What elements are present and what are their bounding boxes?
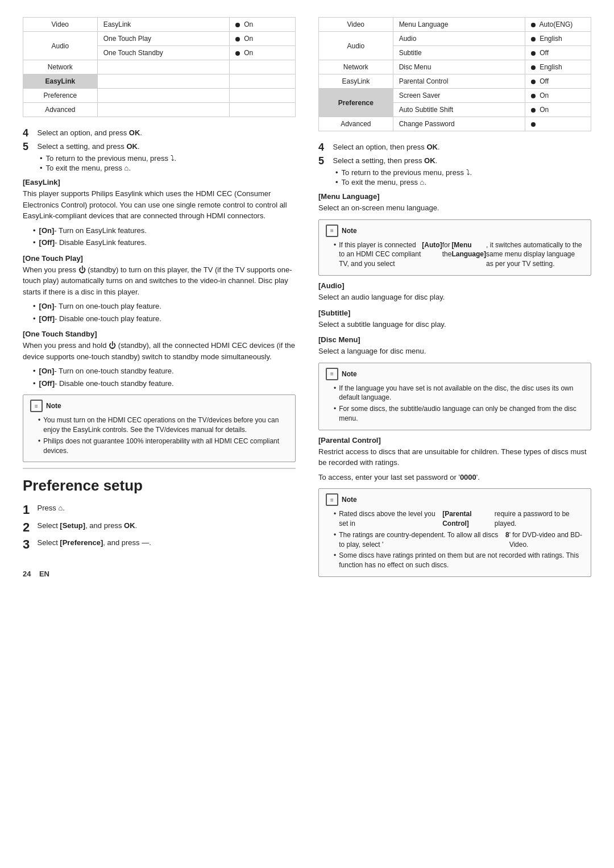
right-note3-header: ≡ Note (326, 493, 584, 506)
right-val-discmenu: English (525, 60, 591, 74)
left-item-easylink: EasyLink (97, 18, 229, 32)
right-note2-list: If the language you have set is not avai… (334, 384, 584, 423)
ots-bullets: [On] - Turn on one-touch standby feature… (33, 366, 296, 389)
right-note1-list: If this player is connected to an HDMI C… (334, 240, 584, 269)
right-note3-list: Rated discs above the level you set in [… (334, 509, 584, 570)
subtitle-body: Select a subtitle language for disc play… (318, 319, 591, 330)
left-cat-video: Video (23, 18, 98, 32)
otp-bullets: [On] - Turn on one-touch play feature. [… (33, 301, 296, 324)
audio-header: [Audio] (318, 281, 591, 290)
right-val-menulang: Auto(ENG) (525, 18, 591, 32)
right-note2-item-1: If the language you have set is not avai… (334, 384, 584, 403)
note-icon-right1: ≡ (326, 225, 338, 237)
right-note3-item-1: Rated discs above the level you set in [… (334, 509, 584, 529)
left-column: Video EasyLink On Audio One Touch Play O… (23, 17, 296, 583)
otp-bullet-1: [On] - Turn on one-touch play feature. (33, 301, 296, 312)
left-cat-advanced: Advanced (23, 103, 98, 117)
left-val-pref (229, 89, 295, 103)
pref-step3-num: 3 (23, 537, 35, 552)
left-val-net (229, 60, 295, 74)
right-column: Video Menu Language Auto(ENG) Audio Audi… (318, 17, 591, 583)
left-cat-preference: Preference (23, 89, 98, 103)
right-note-1: ≡ Note If this player is connected to an… (318, 219, 591, 276)
left-cat-easylink: EasyLink (23, 74, 98, 89)
note-icon-right2: ≡ (326, 368, 338, 380)
pref-step1-num: 1 (23, 502, 35, 517)
left-note-list: You must turn on the HDMI CEC operations… (38, 416, 288, 455)
left-note-item-2: Philips does not guarantee 100% interope… (38, 437, 288, 456)
right-cat-easylink: EasyLink (319, 74, 393, 89)
otp-bullet-2: [Off] - Disable one-touch play feature. (33, 313, 296, 325)
right-item-discmenu: Disc Menu (393, 60, 525, 74)
right-cat-network: Network (319, 60, 393, 74)
step4-num: 4 (23, 127, 35, 140)
note-icon-left: ≡ (30, 400, 43, 412)
right-step5-num: 5 (318, 155, 331, 168)
pref-step3-text: Select [Preference], and press —. (35, 537, 151, 549)
left-note-item-1: You must turn on the HDMI CEC operations… (38, 416, 288, 435)
left-sub-bullets: To return to the previous menu, press ⤵.… (40, 154, 296, 172)
right-note3-item-2: The ratings are country-dependent. To al… (334, 530, 584, 550)
disc-menu-header: [Disc Menu] (318, 335, 591, 344)
step5-text: Select a setting, and press OK. (35, 141, 140, 152)
step4-text: Select an option, and press OK. (35, 127, 142, 139)
left-note-header: ≡ Note (30, 400, 288, 412)
right-note-2: ≡ Note If the language you have set is n… (318, 363, 591, 430)
easylink-bullet-2: [Off] - Disable EasyLink features. (33, 237, 296, 248)
left-item-net (97, 60, 229, 74)
right-note3-label: Note (342, 496, 357, 504)
right-item-menulang: Menu Language (393, 18, 525, 32)
right-note1-header: ≡ Note (326, 225, 584, 237)
right-item-screensaver: Screen Saver (393, 89, 525, 103)
ots-bullet-2: [Off] - Disable one-touch standby featur… (33, 378, 296, 389)
page-footer: 24 EN (23, 570, 296, 578)
left-val-otp: On (229, 32, 295, 46)
right-note-3: ≡ Note Rated discs above the level you s… (318, 488, 591, 577)
right-steps: 4 Select an option, then press OK. 5 Sel… (318, 142, 591, 186)
ots-header: [One Touch Standby] (23, 330, 296, 338)
step5-num: 5 (23, 141, 35, 153)
parental-header: [Parental Control] (318, 436, 591, 445)
subtitle-header: [Subtitle] (318, 309, 591, 317)
left-sub-bullet-1: To return to the previous menu, press ⤵. (40, 154, 296, 163)
left-item-el (97, 74, 229, 89)
parental-body2: To access, enter your last set password … (318, 472, 591, 483)
right-val-changepw (525, 117, 591, 131)
right-item-subtitle: Subtitle (393, 46, 525, 60)
right-cat-video: Video (319, 18, 393, 32)
preference-title: Preference setup (23, 477, 296, 495)
easylink-body: This player supports Philips Easylink wh… (23, 188, 296, 222)
left-note-label: Note (46, 402, 61, 410)
otp-header: [One Touch Play] (23, 254, 296, 263)
easylink-bullet-1: [On] - Turn on EasyLink features. (33, 225, 296, 236)
preference-setup-section: Preference setup 1 Press ⌂. 2 Select [Se… (23, 468, 296, 552)
right-cat-audio: Audio (319, 32, 393, 60)
left-val-el (229, 74, 295, 89)
left-note: ≡ Note You must turn on the HDMI CEC ope… (23, 394, 296, 462)
right-step4-text: Select an option, then press OK. (331, 142, 440, 153)
right-val-subtitle: Off (525, 46, 591, 60)
right-val-autosubtitle: On (525, 103, 591, 117)
right-sub-bullet-1: To return to the previous menu, press ⤵. (335, 168, 591, 177)
right-step5-text: Select a setting, then press OK. (331, 155, 437, 167)
right-val-screensaver: On (525, 89, 591, 103)
left-val-adv (229, 103, 295, 117)
disc-menu-body: Select a language for disc menu. (318, 346, 591, 357)
right-note2-item-2: For some discs, the subtitle/audio langu… (334, 404, 584, 423)
menulang-body: Select an on-screen menu language. (318, 202, 591, 214)
right-sub-bullets: To return to the previous menu, press ⤵.… (335, 168, 591, 186)
right-cat-preference: Preference (319, 89, 393, 117)
right-menu-table: Video Menu Language Auto(ENG) Audio Audi… (318, 17, 591, 131)
right-note3-item-3: Some discs have ratings printed on them … (334, 551, 584, 570)
left-sub-bullet-2: To exit the menu, press ⌂. (40, 164, 296, 172)
easylink-bullets: [On] - Turn on EasyLink features. [Off] … (33, 225, 296, 248)
right-val-audio: English (525, 32, 591, 46)
left-cat-network: Network (23, 60, 98, 74)
left-menu-table: Video EasyLink On Audio One Touch Play O… (23, 17, 296, 117)
ots-body: When you press and hold ⏻ (standby), all… (23, 340, 296, 362)
page-number: 24 (23, 570, 31, 578)
right-note2-label: Note (342, 370, 357, 378)
parental-body: Restrict access to discs that are unsuit… (318, 446, 591, 468)
audio-body: Select an audio language for disc play. (318, 292, 591, 303)
left-item-otp: One Touch Play (97, 32, 229, 46)
